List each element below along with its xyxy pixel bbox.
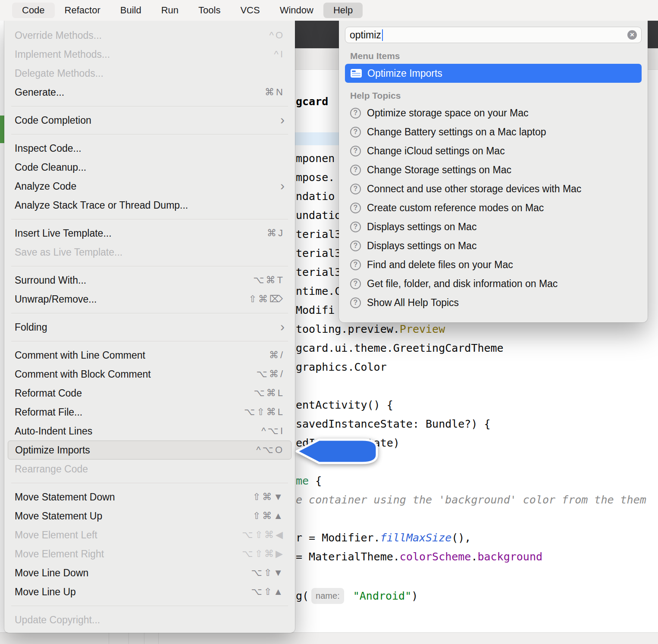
menu-item-label: Generate...: [15, 87, 265, 98]
menu-separator: [11, 219, 288, 219]
shortcut-label: ⌘/: [269, 350, 285, 361]
menubar-item-run[interactable]: Run: [151, 3, 188, 18]
question-mark-icon: ?: [350, 297, 361, 308]
search-input[interactable]: optimiz: [350, 29, 381, 41]
code-menu-item-unwrap-remove[interactable]: Unwrap/Remove...⇧⌘⌦: [8, 290, 291, 309]
menubar-item-refactor[interactable]: Refactor: [55, 3, 110, 18]
code-line: ndatio: [296, 190, 335, 203]
help-topic-create-custom-reference-modes-on-mac[interactable]: ?Create custom reference modes on Mac: [344, 198, 642, 217]
code-line: gcard.ui.theme.GreetingCardTheme: [296, 341, 504, 355]
topic-label: Create custom reference modes on Mac: [367, 202, 544, 214]
code-menu-item-rearrange-code: Rearrange Code: [8, 460, 291, 478]
shortcut-label: ^⌥I: [261, 425, 285, 437]
code-menu-item-optimize-imports[interactable]: Optimize Imports^⌥O: [8, 441, 291, 460]
code-token: [347, 590, 353, 602]
menu-separator: [11, 106, 288, 106]
help-search-field[interactable]: optimiz ×: [345, 27, 642, 43]
help-topic-displays-settings-on-mac[interactable]: ?Displays settings on Mac: [344, 236, 642, 255]
code-menu-item-update-copyright: Update Copyright...: [8, 610, 291, 629]
code-token: tooling.preview.: [296, 323, 400, 335]
menu-item-label: Move Line Down: [15, 567, 251, 579]
code-menu-item-auto-indent-lines[interactable]: Auto-Indent Lines^⌥I: [8, 422, 291, 441]
code-menu-item-move-statement-down[interactable]: Move Statement Down⇧⌘▼: [8, 488, 291, 506]
code-menu-item-move-line-up[interactable]: Move Line Up⌥⇧▲: [8, 582, 291, 601]
code-token: e container using the 'background' color…: [296, 494, 646, 506]
code-menu-item-move-line-down[interactable]: Move Line Down⌥⇧▼: [8, 563, 291, 582]
code-menu-item-comment-with-block-comment[interactable]: Comment with Block Comment⌥⌘/: [8, 365, 291, 384]
shortcut-label: ⌘J: [267, 228, 285, 239]
code-menu-item-save-as-live-template: Save as Live Template...: [8, 243, 291, 262]
code-menu-item-analyze-stack-trace-or-thread-dump[interactable]: Analyze Stack Trace or Thread Dump...: [8, 196, 291, 215]
code-line: mponen: [296, 152, 335, 166]
code-menu-item-analyze-code[interactable]: Analyze Code›: [8, 177, 291, 196]
help-topic-get-file-folder-and-disk-information-on-mac[interactable]: ?Get file, folder, and disk information …: [344, 274, 642, 293]
menu-item-label: Rearrange Code: [15, 463, 285, 475]
menubar-item-vcs[interactable]: VCS: [230, 3, 269, 18]
menu-item-label: Move Statement Up: [15, 510, 253, 522]
question-mark-icon: ?: [350, 259, 361, 270]
status-bar-separator: [144, 633, 144, 644]
help-topic-change-battery-settings-on-a-mac-laptop[interactable]: ?Change Battery settings on a Mac laptop: [344, 122, 642, 141]
help-topics-header: Help Topics: [350, 91, 636, 101]
shortcut-label: ^⌥O: [256, 444, 284, 456]
shortcut-label: ⇧⌘⌦: [248, 294, 285, 305]
menu-item-label: Move Line Up: [15, 586, 251, 598]
menubar-item-tools[interactable]: Tools: [188, 3, 230, 18]
code-menu-item-reformat-file[interactable]: Reformat File...⌥⇧⌘L: [8, 403, 291, 422]
menubar-item-window[interactable]: Window: [270, 3, 323, 18]
menu-item-label: Auto-Indent Lines: [15, 425, 261, 437]
clear-search-icon[interactable]: ×: [627, 30, 637, 40]
topic-label: Displays settings on Mac: [367, 240, 476, 252]
menu-items-header: Menu Items: [350, 51, 636, 61]
project-tree-icon-sliver: [0, 116, 4, 143]
help-topic-change-storage-settings-on-mac[interactable]: ?Change Storage settings on Mac: [344, 160, 642, 179]
status-bar-separator: [128, 633, 129, 644]
help-topic-change-icloud-settings-on-mac[interactable]: ?Change iCloud settings on Mac: [344, 141, 642, 160]
menu-item-label: Implement Methods...: [15, 49, 274, 60]
menu-separator: [11, 266, 288, 266]
code-token: Preview: [400, 323, 445, 335]
help-topic-optimize-storage-space-on-your-mac[interactable]: ?Optimize storage space on your Mac: [344, 103, 642, 122]
code-token: mpose.: [296, 171, 335, 184]
code-token: background: [477, 550, 542, 563]
help-topic-displays-settings-on-mac[interactable]: ?Displays settings on Mac: [344, 217, 642, 236]
code-line: mpose.: [296, 171, 335, 184]
code-menu-item-reformat-code[interactable]: Reformat Code⌥⌘L: [8, 384, 291, 403]
code-token: (),: [451, 531, 471, 544]
shortcut-label: ⌥⌘L: [254, 388, 285, 399]
code-menu-item-inspect-code[interactable]: Inspect Code...: [8, 139, 291, 158]
help-topic-connect-and-use-other-storage-devices-with-mac[interactable]: ?Connect and use other storage devices w…: [344, 179, 642, 198]
code-token: colorScheme: [400, 550, 471, 563]
help-topic-find-and-delete-files-on-your-mac[interactable]: ?Find and delete files on your Mac: [344, 255, 642, 274]
code-menu-item-insert-live-template[interactable]: Insert Live Template...⌘J: [8, 224, 291, 243]
menu-item-label: Code Completion: [15, 115, 280, 126]
help-topic-show-all-help-topics[interactable]: ?Show All Help Topics: [344, 293, 642, 312]
code-token: fillMaxSize: [380, 531, 452, 544]
menu-item-label: Comment with Line Comment: [15, 350, 269, 361]
code-token: r = Modifier.: [296, 531, 380, 544]
code-line: Modifi: [296, 303, 335, 317]
code-menu-item-code-completion[interactable]: Code Completion›: [8, 111, 291, 130]
menubar-item-help[interactable]: Help: [323, 3, 363, 18]
status-bar-separator: [109, 633, 109, 644]
code-menu-item-code-cleanup[interactable]: Code Cleanup...: [8, 158, 291, 177]
help-result-optimize-imports[interactable]: Optimize Imports: [345, 64, 642, 83]
menubar-item-code[interactable]: Code: [12, 3, 55, 18]
code-menu-item-move-statement-up[interactable]: Move Statement Up⇧⌘▲: [8, 506, 291, 525]
code-token: gcard.ui.theme.GreetingCardTheme: [296, 342, 504, 354]
code-menu-item-generate[interactable]: Generate...⌘N: [8, 83, 291, 102]
code-menu-item-comment-with-line-comment[interactable]: Comment with Line Comment⌘/: [8, 346, 291, 365]
code-menu-item-folding[interactable]: Folding›: [8, 318, 291, 337]
shortcut-label: ^O: [269, 30, 285, 41]
code-token: ): [411, 590, 418, 602]
code-line: savedInstanceState: Bundle?) {: [296, 417, 491, 431]
question-mark-icon: ?: [350, 127, 361, 138]
code-token: {: [315, 475, 322, 487]
code-line: entActivity() {: [296, 398, 393, 412]
menu-item-label: Inspect Code...: [15, 143, 285, 154]
code-menu-item-surround-with[interactable]: Surround With...⌥⌘T: [8, 271, 291, 290]
shortcut-label: ⌥⇧⌘◀: [242, 529, 285, 541]
code-line: e container using the 'background' color…: [296, 493, 646, 507]
menubar-item-build[interactable]: Build: [110, 3, 151, 18]
menu-separator: [11, 341, 288, 341]
